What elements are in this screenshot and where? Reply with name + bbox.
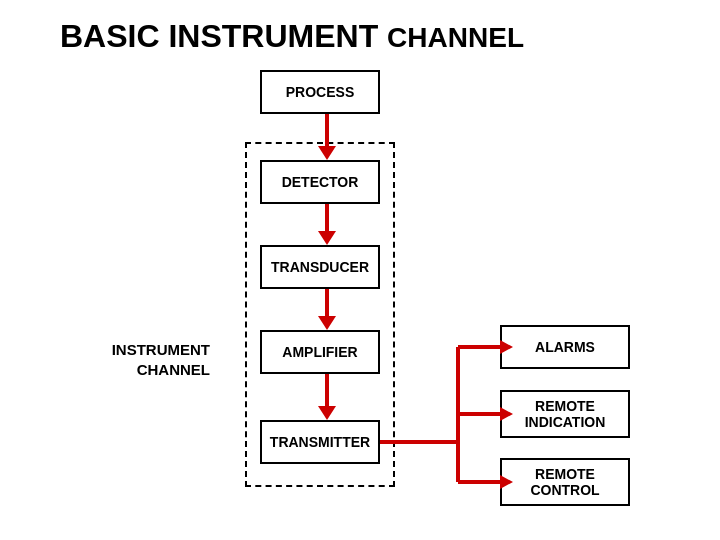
svg-marker-3 [500,340,513,354]
alarms-label: ALARMS [535,339,595,355]
arrow-detector-transducer [318,204,336,245]
amplifier-box: AMPLIFIER [260,330,380,374]
page-title: BASIC INSTRUMENT CHANNEL [60,18,524,55]
process-label: PROCESS [286,84,354,100]
detector-box: DETECTOR [260,160,380,204]
title-main: BASIC INSTRUMENT [60,18,378,54]
arrow-line [325,289,329,316]
amplifier-label: AMPLIFIER [282,344,357,360]
detector-label: DETECTOR [282,174,359,190]
diagram: INSTRUMENT CHANNEL PROCESS DETECTOR TRAN… [60,70,680,510]
arrow-line [325,114,329,146]
transducer-label: TRANSDUCER [271,259,369,275]
transducer-box: TRANSDUCER [260,245,380,289]
arrow-head [318,406,336,420]
instrument-channel-label-line2: CHANNEL [60,360,210,380]
arrow-amplifier-transmitter [318,374,336,420]
arrow-line [325,204,329,231]
transmitter-box: TRANSMITTER [260,420,380,464]
remote-indication-box: REMOTE INDICATION [500,390,630,438]
transmitter-label: TRANSMITTER [270,434,370,450]
remote-control-label: REMOTE CONTROL [502,466,628,498]
svg-marker-5 [500,407,513,421]
arrow-line [325,374,329,406]
instrument-channel-label-line1: INSTRUMENT [60,340,210,360]
svg-marker-7 [500,475,513,489]
title-channel: CHANNEL [387,22,524,53]
remote-control-box: REMOTE CONTROL [500,458,630,506]
arrow-head [318,231,336,245]
arrow-transducer-amplifier [318,289,336,330]
remote-indication-label: REMOTE INDICATION [502,398,628,430]
process-box: PROCESS [260,70,380,114]
arrow-head [318,146,336,160]
instrument-channel-label: INSTRUMENT CHANNEL [60,340,210,379]
arrow-process-detector [318,114,336,160]
arrow-head [318,316,336,330]
fork-arrows-svg [378,330,513,515]
alarms-box: ALARMS [500,325,630,369]
